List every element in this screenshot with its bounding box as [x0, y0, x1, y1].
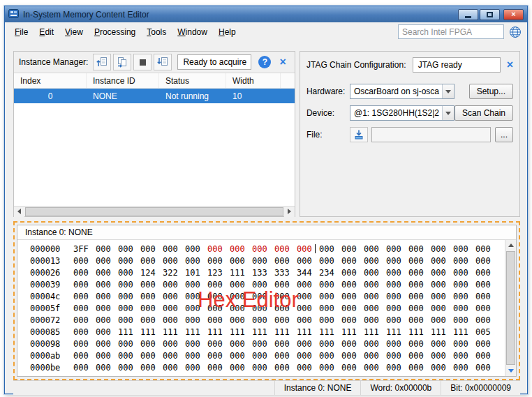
- hex-word[interactable]: 111: [453, 327, 468, 337]
- hex-word[interactable]: 000: [185, 339, 200, 349]
- stop-button[interactable]: [133, 54, 152, 70]
- hex-word[interactable]: 000: [475, 304, 491, 313]
- hex-word[interactable]: 000: [274, 315, 290, 325]
- hex-word[interactable]: 000: [118, 351, 133, 361]
- hex-word[interactable]: 000: [364, 256, 379, 266]
- hex-word[interactable]: 000: [140, 315, 156, 325]
- hex-word[interactable]: 000: [386, 339, 401, 349]
- hex-word[interactable]: 000: [163, 256, 178, 266]
- hex-word[interactable]: 000: [319, 292, 334, 301]
- scan-chain-button[interactable]: Scan Chain: [455, 105, 513, 121]
- hex-word[interactable]: 000: [185, 315, 200, 325]
- continuous-read-button[interactable]: [113, 54, 131, 70]
- hex-word[interactable]: 000: [453, 351, 468, 361]
- hex-word[interactable]: 133: [252, 268, 267, 278]
- hex-word[interactable]: 000: [73, 268, 89, 278]
- hex-word[interactable]: 000: [252, 256, 267, 266]
- hex-word[interactable]: 000: [185, 363, 200, 373]
- hex-word[interactable]: 344: [297, 268, 312, 278]
- hex-word[interactable]: 000: [163, 292, 178, 301]
- hex-word[interactable]: 322: [163, 268, 178, 278]
- menu-item-view[interactable]: View: [59, 24, 89, 40]
- hex-word[interactable]: 000: [386, 351, 401, 361]
- hex-word[interactable]: 000: [207, 315, 223, 325]
- hex-word[interactable]: 000: [163, 280, 178, 290]
- hex-word[interactable]: 000: [163, 315, 178, 325]
- hex-word[interactable]: 111: [364, 327, 379, 337]
- hex-word[interactable]: 000: [274, 351, 290, 361]
- hex-word[interactable]: 000: [96, 292, 111, 301]
- maximize-button[interactable]: [480, 9, 500, 20]
- hex-word[interactable]: 000: [252, 315, 267, 325]
- hex-word[interactable]: 111: [252, 327, 267, 337]
- hex-word[interactable]: 000: [453, 339, 468, 349]
- hex-word[interactable]: 000: [163, 351, 178, 361]
- hex-word[interactable]: 000: [96, 280, 111, 290]
- hex-word[interactable]: 000: [73, 256, 89, 266]
- scroll-left-button[interactable]: [14, 207, 24, 217]
- hex-word[interactable]: 000: [408, 256, 424, 266]
- scroll-up-button[interactable]: [505, 240, 516, 250]
- hex-word[interactable]: 000: [297, 339, 312, 349]
- hex-word[interactable]: 000: [408, 363, 424, 373]
- hex-word[interactable]: 000: [364, 244, 379, 254]
- hex-word[interactable]: 000: [73, 363, 89, 373]
- hex-word[interactable]: 000: [431, 351, 446, 361]
- menu-item-tools[interactable]: Tools: [141, 24, 172, 40]
- hex-word[interactable]: 000: [140, 292, 156, 301]
- hex-word[interactable]: 000: [73, 292, 89, 301]
- hex-word[interactable]: 005: [475, 327, 491, 337]
- menu-item-processing[interactable]: Processing: [89, 24, 141, 40]
- hex-word[interactable]: 000: [185, 256, 200, 266]
- vertical-scrollbar[interactable]: [505, 240, 516, 376]
- hex-word[interactable]: 000: [140, 280, 156, 290]
- hex-word[interactable]: 000: [274, 244, 290, 254]
- jtag-close-button[interactable]: ×: [507, 59, 513, 70]
- hex-word[interactable]: 000: [73, 280, 89, 290]
- hex-word[interactable]: 000: [431, 292, 446, 301]
- hex-word[interactable]: 111: [408, 327, 424, 337]
- hex-word[interactable]: 000: [364, 304, 379, 313]
- hex-word[interactable]: 000: [140, 256, 156, 266]
- hex-word[interactable]: 000: [364, 363, 379, 373]
- hex-word[interactable]: 000: [408, 315, 424, 325]
- hex-word[interactable]: 000: [408, 268, 424, 278]
- hex-word[interactable]: 000: [207, 339, 223, 349]
- device-dropdown-arrow[interactable]: [442, 106, 454, 120]
- hex-word[interactable]: 000: [185, 244, 200, 254]
- hex-word[interactable]: 000: [118, 292, 133, 301]
- hex-word[interactable]: 000: [73, 315, 89, 325]
- hex-word[interactable]: 000: [230, 351, 245, 361]
- hex-word[interactable]: 000: [319, 315, 334, 325]
- globe-icon[interactable]: [509, 26, 522, 38]
- hex-word[interactable]: 000: [319, 351, 334, 361]
- hardware-dropdown-arrow[interactable]: [442, 84, 454, 98]
- hex-word[interactable]: 101: [185, 268, 200, 278]
- hex-word[interactable]: 111: [140, 327, 156, 337]
- device-select[interactable]: @1: 1SG280HH(1S2|2: [350, 105, 455, 121]
- hex-word[interactable]: 000: [230, 315, 245, 325]
- hex-word[interactable]: 111: [207, 327, 223, 337]
- hex-word[interactable]: 000: [386, 244, 401, 254]
- hex-word[interactable]: 000: [431, 268, 446, 278]
- hex-word[interactable]: 000: [96, 268, 111, 278]
- hex-word[interactable]: 111: [230, 327, 245, 337]
- hex-word[interactable]: 000: [230, 339, 245, 349]
- hex-word[interactable]: 000: [453, 268, 468, 278]
- hex-word[interactable]: 000: [341, 256, 357, 266]
- instance-manager-close-button[interactable]: ×: [279, 57, 286, 68]
- hex-word[interactable]: 000: [207, 363, 223, 373]
- scroll-right-button[interactable]: [284, 207, 295, 217]
- hex-word[interactable]: 000: [118, 339, 133, 349]
- hex-word[interactable]: 111: [118, 327, 133, 337]
- hex-word[interactable]: 000: [341, 244, 357, 254]
- close-button[interactable]: ×: [503, 9, 524, 20]
- column-header-instance-id[interactable]: Instance ID: [87, 73, 159, 88]
- hex-word[interactable]: 000: [453, 363, 468, 373]
- hex-word[interactable]: 000: [140, 304, 156, 313]
- menu-item-help[interactable]: Help: [213, 24, 242, 40]
- hex-word[interactable]: 000: [96, 327, 111, 337]
- hex-word[interactable]: 000: [297, 256, 312, 266]
- hex-word[interactable]: 000: [252, 339, 267, 349]
- hex-word[interactable]: 000: [431, 304, 446, 313]
